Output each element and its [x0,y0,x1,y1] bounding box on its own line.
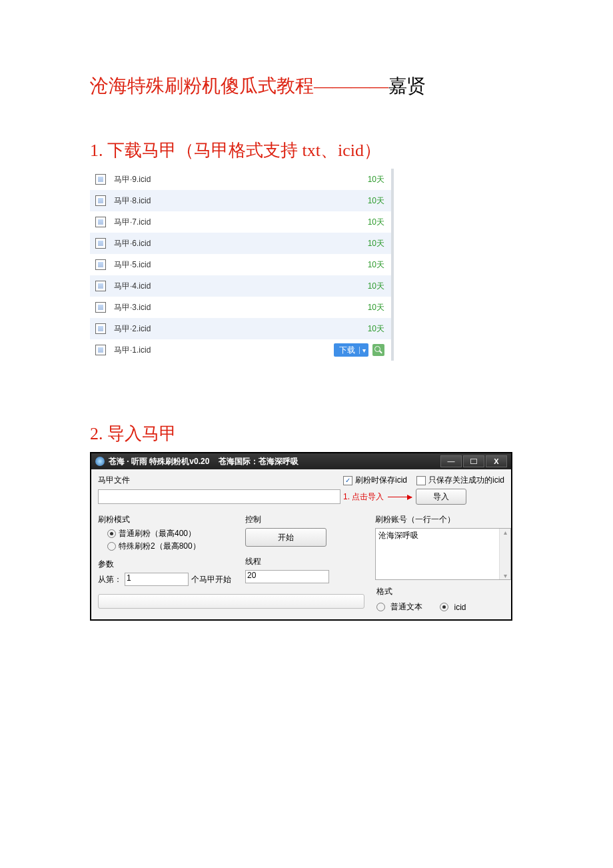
account-value: 沧海深呼吸 [378,531,418,540]
checkbox-only-success-label: 只保存关注成功的icid [428,475,504,486]
start-button[interactable]: 开始 [245,528,326,547]
file-row[interactable]: 马甲·8.icid10天 [90,190,394,211]
thread-input[interactable]: 20 [245,570,329,583]
file-list: 马甲·9.icid10天马甲·8.icid10天马甲·7.icid10天马甲·6… [90,169,394,361]
file-age: 10天 [368,195,384,207]
import-annotation: 1. 点击导入 [343,491,384,503]
doc-title: 沧海特殊刷粉机傻瓜式教程————嘉贤 [90,73,523,99]
download-button[interactable]: 下载▾ [334,343,368,357]
titlebar-right: 苍海国际：苍海深呼吸 [219,456,299,467]
file-age: 10天 [368,238,384,249]
file-name: 马甲·7.icid [113,217,368,228]
file-name: 马甲·8.icid [113,195,368,207]
file-icon [95,238,106,249]
section-1-heading: 1. 下载马甲（马甲格式支持 txt、icid） [90,139,523,162]
file-age: 10天 [368,281,384,292]
file-section-label: 马甲文件 [98,475,340,486]
arrow-icon [388,497,412,497]
close-button[interactable]: X [486,455,507,467]
file-row[interactable]: 马甲·9.icid10天 [90,169,394,190]
title-black: 嘉贤 [388,75,426,96]
file-path-input[interactable] [98,489,340,504]
app-icon [95,457,105,466]
file-age: 10天 [368,302,384,313]
file-age: 10天 [368,174,384,185]
file-icon [95,195,106,206]
file-name: 马甲·3.icid [113,302,368,313]
file-icon [95,302,106,313]
radio-format-text-label: 普通文本 [390,601,422,613]
section-2-heading: 2. 导入马甲 [90,422,523,445]
file-row[interactable]: 马甲·4.icid10天 [90,275,394,297]
file-age: 10天 [368,323,384,335]
progress-bar [98,594,364,609]
import-button[interactable]: 导入 [416,489,466,505]
param-label: 参数 [98,559,233,570]
title-red: 沧海特殊刷粉机傻瓜式教程———— [90,75,388,96]
minimize-button[interactable]: — [440,455,462,467]
file-row[interactable]: 马甲·2.icid10天 [90,318,394,339]
file-row[interactable]: 马甲·7.icid10天 [90,211,394,233]
file-name: 马甲·1.icid [113,345,334,356]
file-row[interactable]: 马甲·6.icid10天 [90,233,394,254]
file-icon [95,217,106,227]
file-row[interactable]: 马甲·5.icid10天 [90,254,394,275]
radio-mode-normal[interactable] [107,529,116,538]
radio-mode-special[interactable] [107,542,116,551]
file-name: 马甲·2.icid [113,323,368,335]
control-label: 控制 [245,514,363,525]
radio-format-icid-label: icid [454,603,466,612]
app-window: 苍海 · 听雨 特殊刷粉机v0.20 苍海国际：苍海深呼吸 — X 马甲文件 ✓… [90,452,512,621]
checkbox-save-icid[interactable]: ✓ [343,476,352,485]
file-row[interactable]: 马甲·3.icid10天 [90,297,394,318]
file-name: 马甲·6.icid [113,238,368,249]
file-name: 马甲·9.icid [113,174,368,185]
preview-icon[interactable] [372,344,384,356]
checkbox-save-icid-label: 刷粉时保存icid [355,475,407,486]
titlebar-left: 苍海 · 听雨 特殊刷粉机v0.20 [109,456,209,467]
window-titlebar: 苍海 · 听雨 特殊刷粉机v0.20 苍海国际：苍海深呼吸 — X [91,453,511,469]
radio-format-icid[interactable] [440,603,448,611]
file-icon [95,259,106,270]
format-label: 格式 [376,586,504,597]
file-icon [95,345,106,355]
maximize-button[interactable] [463,455,484,467]
scrollbar[interactable]: ▴▾ [499,529,510,579]
radio-mode-normal-label: 普通刷粉（最高400） [119,528,196,539]
file-icon [95,281,106,291]
param-start-input[interactable]: 1 [125,573,189,586]
file-icon [95,174,106,185]
mode-label: 刷粉模式 [98,514,233,525]
file-name: 马甲·5.icid [113,259,368,271]
thread-label: 线程 [245,556,363,567]
account-label: 刷粉账号（一行一个） [375,514,504,525]
checkbox-only-success[interactable] [416,476,426,485]
file-age: 10天 [368,217,384,228]
radio-format-text[interactable] [376,603,385,611]
file-icon [95,323,106,334]
radio-mode-special-label: 特殊刷粉2（最高800） [119,541,201,552]
param-prefix: 从第： [98,574,122,585]
param-suffix: 个马甲开始 [191,574,231,585]
account-textarea[interactable]: 沧海深呼吸 ▴▾ [375,528,511,580]
file-age: 10天 [368,259,384,271]
file-row[interactable]: 马甲·1.icid下载▾ [90,339,394,361]
file-name: 马甲·4.icid [113,281,368,292]
